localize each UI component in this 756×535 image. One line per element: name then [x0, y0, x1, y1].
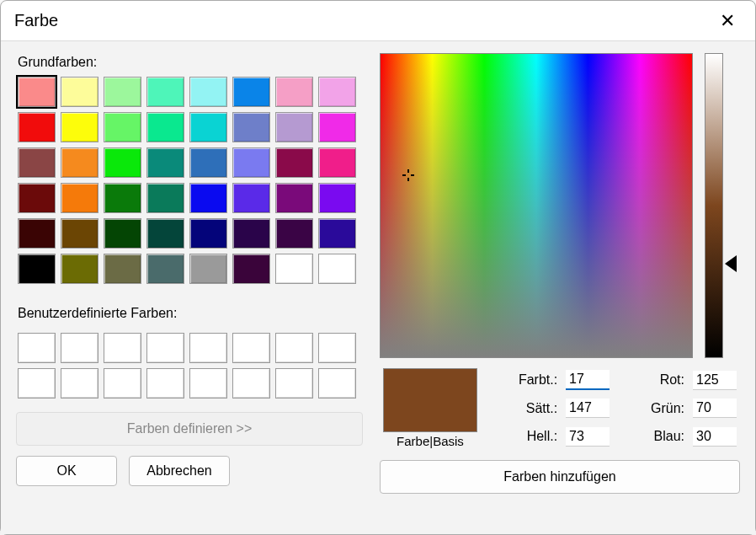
basic-swatch[interactable] [146, 218, 184, 249]
custom-swatch[interactable] [189, 368, 227, 399]
basic-swatch[interactable] [104, 183, 141, 213]
basic-swatch[interactable] [18, 183, 56, 213]
basic-swatch[interactable] [275, 112, 313, 142]
basic-swatch[interactable] [189, 254, 227, 284]
basic-swatch[interactable] [61, 183, 98, 213]
picker-row [380, 53, 740, 358]
basic-swatch[interactable] [318, 77, 356, 107]
custom-swatch[interactable] [189, 333, 227, 363]
basic-swatch[interactable] [275, 147, 313, 178]
basic-swatch[interactable] [61, 147, 98, 178]
basic-swatch[interactable] [104, 254, 141, 284]
custom-swatch[interactable] [18, 368, 56, 399]
basic-swatch[interactable] [61, 254, 98, 284]
basic-swatch[interactable] [318, 183, 356, 213]
lum-input[interactable] [566, 427, 610, 447]
custom-swatch[interactable] [61, 333, 98, 363]
basic-swatch[interactable] [61, 218, 98, 249]
basic-swatch[interactable] [104, 218, 141, 249]
basic-swatch[interactable] [104, 112, 141, 142]
hue-input[interactable] [566, 370, 610, 390]
basic-colors-label: Grundfarben: [18, 55, 363, 70]
blue-label: Blau: [621, 429, 684, 444]
custom-swatch[interactable] [104, 333, 141, 363]
preview-column: Farbe|Basis [380, 368, 481, 448]
green-label: Grün: [621, 401, 684, 416]
basic-swatch[interactable] [318, 112, 356, 142]
custom-colors-grid [16, 331, 363, 400]
custom-swatch[interactable] [232, 333, 270, 363]
basic-swatch[interactable] [18, 218, 56, 249]
window-title: Farbe [14, 11, 713, 30]
right-panel: Farbe|Basis Farbt.: Rot: Sätt.: Grün: He… [380, 53, 740, 522]
basic-colors-grid [16, 75, 363, 286]
close-icon[interactable]: ✕ [713, 7, 742, 35]
basic-swatch[interactable] [318, 254, 356, 284]
basic-swatch[interactable] [189, 218, 227, 249]
custom-swatch[interactable] [146, 368, 184, 399]
red-input[interactable] [693, 371, 737, 390]
sat-label: Sätt.: [489, 401, 557, 416]
basic-swatch[interactable] [189, 147, 227, 178]
basic-swatch[interactable] [146, 77, 184, 107]
custom-swatch[interactable] [318, 368, 356, 399]
blue-input[interactable] [693, 427, 737, 447]
basic-swatch[interactable] [146, 254, 184, 284]
basic-swatch[interactable] [275, 77, 313, 107]
custom-swatch[interactable] [61, 368, 98, 399]
cancel-button[interactable]: Abbrechen [129, 456, 230, 486]
basic-swatch[interactable] [275, 218, 313, 249]
custom-swatch[interactable] [275, 333, 313, 363]
sat-input[interactable] [566, 399, 610, 418]
basic-swatch[interactable] [146, 147, 184, 178]
basic-swatch[interactable] [146, 183, 184, 213]
basic-swatch[interactable] [18, 254, 56, 284]
color-dialog: Farbe ✕ Grundfarben: Benutzerdefinierte … [0, 0, 756, 535]
left-panel: Grundfarben: Benutzerdefinierte Farben: … [16, 53, 363, 522]
color-preview [383, 368, 477, 432]
basic-swatch[interactable] [275, 254, 313, 284]
basic-swatch[interactable] [146, 112, 184, 142]
basic-swatch[interactable] [61, 77, 98, 107]
basic-swatch[interactable] [189, 183, 227, 213]
basic-swatch[interactable] [104, 147, 141, 178]
custom-swatch[interactable] [18, 333, 56, 363]
luminance-column [705, 53, 738, 358]
dialog-body: Grundfarben: Benutzerdefinierte Farben: … [1, 41, 755, 534]
basic-swatch[interactable] [232, 254, 270, 284]
green-input[interactable] [693, 399, 737, 418]
basic-swatch[interactable] [318, 218, 356, 249]
custom-swatch[interactable] [275, 368, 313, 399]
lower-row: Farbe|Basis Farbt.: Rot: Sätt.: Grün: He… [380, 368, 740, 448]
luminance-arrow-icon[interactable] [725, 255, 737, 272]
basic-swatch[interactable] [104, 77, 141, 107]
basic-swatch[interactable] [232, 112, 270, 142]
ok-button[interactable]: OK [16, 456, 117, 486]
custom-swatch[interactable] [146, 333, 184, 363]
basic-swatch[interactable] [189, 112, 227, 142]
custom-swatch[interactable] [232, 368, 270, 399]
hue-sat-field[interactable] [380, 53, 693, 358]
titlebar: Farbe ✕ [1, 1, 755, 41]
red-label: Rot: [621, 372, 684, 388]
preview-label: Farbe|Basis [397, 434, 464, 448]
luminance-bar[interactable] [705, 53, 723, 358]
basic-swatch[interactable] [18, 112, 56, 142]
add-color-button[interactable]: Farben hinzufügen [380, 460, 740, 494]
basic-swatch[interactable] [189, 77, 227, 107]
custom-swatch[interactable] [318, 333, 356, 363]
define-colors-button[interactable]: Farben definieren >> [16, 412, 363, 446]
basic-swatch[interactable] [18, 147, 56, 178]
hue-label: Farbt.: [489, 372, 557, 388]
basic-swatch[interactable] [232, 218, 270, 249]
basic-swatch[interactable] [61, 112, 98, 142]
basic-swatch[interactable] [232, 183, 270, 213]
basic-swatch[interactable] [18, 77, 56, 107]
value-fields: Farbt.: Rot: Sätt.: Grün: Hell.: Blau: [489, 368, 740, 448]
basic-swatch[interactable] [275, 183, 313, 213]
custom-swatch[interactable] [104, 368, 141, 399]
basic-swatch[interactable] [318, 147, 356, 178]
basic-swatch[interactable] [232, 77, 270, 107]
crosshair-icon [402, 169, 414, 181]
basic-swatch[interactable] [232, 147, 270, 178]
